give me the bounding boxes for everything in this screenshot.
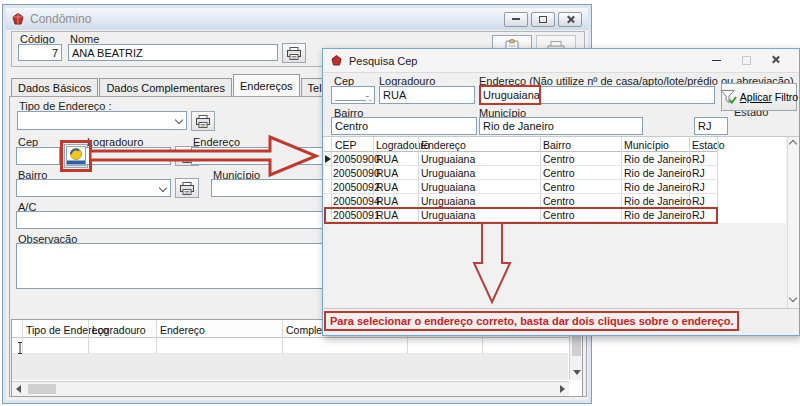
cell-cep: 20050090	[333, 167, 380, 179]
cell-municipio: Rio de Janeiro	[624, 153, 692, 165]
column-header: Bairro	[543, 139, 571, 151]
printer-icon	[286, 47, 302, 60]
cell-endereco: Uruguaiana	[421, 167, 475, 179]
cell-endereco: Uruguaiana	[421, 153, 475, 165]
close-button[interactable]	[558, 12, 582, 27]
cell-cep: 20050094	[333, 195, 380, 207]
address-grid-dead-area	[12, 354, 568, 380]
cell-bairro: Centro	[543, 195, 575, 207]
column-header: Estado	[692, 139, 725, 151]
tab-dados-basicos[interactable]: Dados Básicos	[11, 78, 98, 96]
ac-field[interactable]	[16, 211, 343, 229]
row-indicator-icon	[325, 155, 331, 163]
tipo-endereco-combobox[interactable]	[17, 111, 187, 130]
cep-grid-row[interactable]: 20050090 RUA Uruguaiana Centro Rio de Ja…	[324, 166, 718, 180]
printer-icon	[195, 115, 211, 128]
app-icon	[12, 13, 24, 25]
nome-field[interactable]	[68, 44, 278, 61]
cell-municipio: Rio de Janeiro	[624, 195, 692, 207]
cell-logradouro: RUA	[376, 181, 398, 193]
tipo-endereco-lookup-button[interactable]	[191, 111, 215, 131]
column-header: Endereço	[421, 139, 466, 151]
cell-bairro: Centro	[543, 153, 575, 165]
annotation-arrow-right	[90, 135, 320, 177]
desktop: Condômino Código Nome Dados BásicosDado	[0, 0, 800, 406]
address-grid-hscrollbar[interactable]	[12, 381, 569, 396]
printer-icon	[179, 182, 195, 195]
maximize-icon	[742, 56, 751, 65]
cep-grid-row[interactable]: 20050092 RUA Uruguaiana Centro Rio de Ja…	[324, 180, 718, 194]
annotation-arrow-down	[464, 221, 524, 307]
dialog-icon	[331, 55, 342, 66]
codigo-field[interactable]	[18, 44, 62, 61]
cell-estado: RJ	[692, 195, 705, 207]
cell-logradouro: RUA	[376, 195, 398, 207]
aplicar-filtro-button[interactable]: Aplicar Filtro	[721, 83, 797, 111]
cell-municipio: Rio de Janeiro	[624, 181, 692, 193]
scroll-down-icon[interactable]	[573, 370, 581, 375]
pesquisa-cep-dialog: Pesquisa Cep Cep Logradouro Endereço (Nã…	[322, 48, 800, 336]
chevron-down-icon	[175, 116, 183, 124]
cell-logradouro: RUA	[376, 167, 398, 179]
cep-grid-row[interactable]: 20050094 RUA Uruguaiana Centro Rio de Ja…	[324, 194, 718, 208]
cell-endereco: Uruguaiana	[421, 195, 475, 207]
column-header: Município	[624, 139, 669, 151]
filter-bairro-input[interactable]	[331, 117, 477, 135]
cell-endereco: Uruguaiana	[421, 181, 475, 193]
filter-estado-input[interactable]	[694, 117, 728, 135]
hscroll-thumb[interactable]	[28, 384, 56, 394]
dialog-title: Pesquisa Cep	[349, 55, 418, 67]
dialog-minimize-button[interactable]	[701, 60, 731, 62]
tab-enderecos[interactable]: Endereços	[233, 74, 300, 96]
scroll-down-icon[interactable]	[789, 294, 797, 302]
minimize-icon	[712, 60, 721, 62]
nome-lookup-button[interactable]	[282, 43, 306, 63]
maximize-button[interactable]	[531, 12, 555, 27]
close-icon	[771, 55, 782, 66]
column-header: Logradouro	[92, 324, 146, 336]
bairro-lookup-button[interactable]	[175, 178, 199, 198]
cell-municipio: Rio de Janeiro	[624, 167, 692, 179]
cell-cep: 20050900	[333, 153, 380, 165]
dialog-maximize-button[interactable]	[731, 56, 761, 65]
cep-grid-vscrollbar[interactable]	[787, 137, 799, 308]
cep-grid-header: CEP Logradouro Endereço Bairro Município…	[324, 137, 718, 152]
tab-dados-complementares[interactable]: Dados Complementares	[99, 78, 232, 96]
cep-button-highlight	[60, 140, 92, 172]
cell-estado: RJ	[692, 181, 705, 193]
dialog-close-button[interactable]	[761, 55, 791, 66]
observacao-field[interactable]	[16, 243, 343, 289]
aplicar-filtro-label: Aplicar Filtro	[740, 91, 798, 103]
chevron-down-icon	[159, 184, 167, 192]
filter-cep-input[interactable]	[331, 86, 375, 104]
scroll-right-icon[interactable]	[560, 385, 565, 393]
column-header: CEP	[335, 139, 357, 151]
address-grid-empty-row[interactable]	[12, 339, 568, 354]
cell-cep: 20050092	[333, 181, 380, 193]
cell-bairro: Centro	[543, 181, 575, 193]
instruction-note: Para selecionar o endereço correto, bast…	[324, 311, 739, 331]
filter-municipio-input[interactable]	[479, 117, 643, 135]
cell-logradouro: RUA	[376, 153, 398, 165]
column-header: Endereço	[160, 324, 205, 336]
minimize-icon	[512, 18, 520, 20]
main-titlebar: Condômino	[6, 8, 588, 30]
cell-bairro: Centro	[543, 167, 575, 179]
maximize-icon	[539, 16, 547, 23]
scroll-left-icon[interactable]	[16, 385, 21, 393]
dialog-titlebar: Pesquisa Cep	[323, 49, 799, 73]
cell-estado: RJ	[692, 167, 705, 179]
endereco-value-highlight	[479, 85, 541, 105]
funnel-check-icon	[720, 89, 737, 105]
filter-logradouro-input[interactable]	[379, 86, 475, 104]
cep-results-grid: CEP Logradouro Endereço Bairro Município…	[324, 137, 799, 309]
window-title: Condômino	[30, 12, 91, 26]
cep-field[interactable]	[16, 147, 60, 165]
bairro-combobox[interactable]	[16, 179, 171, 197]
cep-grid-row[interactable]: 20050900 RUA Uruguaiana Centro Rio de Ja…	[324, 152, 718, 166]
cell-estado: RJ	[692, 153, 705, 165]
close-icon	[566, 15, 575, 24]
minimize-button[interactable]	[504, 12, 528, 27]
scroll-up-icon[interactable]	[789, 140, 797, 148]
cep-filter-panel: Cep Logradouro Endereço (Não utilize nº …	[323, 73, 799, 137]
